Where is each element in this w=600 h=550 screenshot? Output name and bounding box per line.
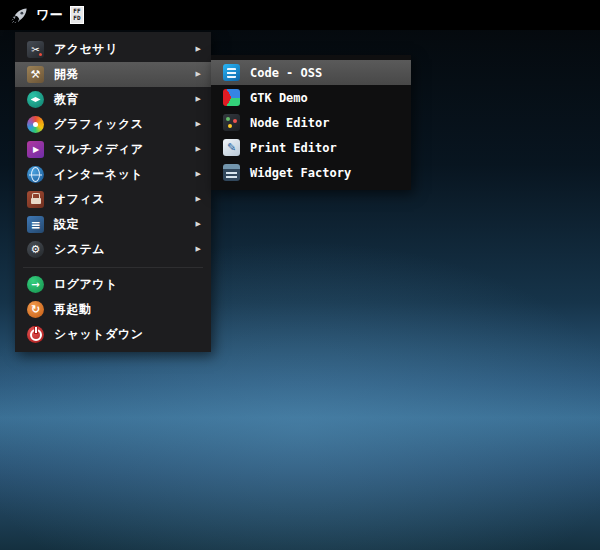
item-label: ログアウト bbox=[54, 276, 118, 293]
development-icon bbox=[27, 66, 44, 83]
widget-factory-icon bbox=[223, 164, 240, 181]
item-label: 開発 bbox=[54, 66, 79, 83]
submenu-item-gtk-demo[interactable]: GTK Demo bbox=[211, 85, 411, 110]
menu-item-multimedia[interactable]: マルチメディア ▶ bbox=[15, 137, 211, 162]
menu-item-settings[interactable]: 設定 ▶ bbox=[15, 212, 211, 237]
internet-icon bbox=[27, 166, 44, 183]
system-icon bbox=[27, 241, 44, 258]
item-label: グラフィックス bbox=[54, 116, 143, 133]
item-label: 再起動 bbox=[54, 301, 92, 318]
restart-icon bbox=[27, 301, 44, 318]
item-label: マルチメディア bbox=[54, 141, 143, 158]
item-label: アクセサリ bbox=[54, 41, 118, 58]
missing-glyph-box: FF FD bbox=[70, 6, 83, 24]
menu-item-system[interactable]: システム ▶ bbox=[15, 237, 211, 262]
graphics-icon bbox=[27, 116, 44, 133]
taskbar: ワー FF FD bbox=[0, 0, 600, 30]
submenu-arrow-icon: ▶ bbox=[196, 46, 201, 53]
menu-item-accessories[interactable]: アクセサリ ▶ bbox=[15, 37, 211, 62]
submenu-item-node-editor[interactable]: Node Editor bbox=[211, 110, 411, 135]
submenu-arrow-icon: ▶ bbox=[196, 221, 201, 228]
item-label: シャットダウン bbox=[54, 326, 143, 343]
item-label: 設定 bbox=[54, 216, 79, 233]
shutdown-icon bbox=[27, 326, 44, 343]
menu-category-list: アクセサリ ▶ 開発 ▶ 教育 ▶ グラフィックス ▶ マルチメディア ▶ イン… bbox=[15, 37, 211, 262]
menu-separator bbox=[15, 262, 211, 272]
item-label: Widget Factory bbox=[250, 166, 351, 180]
submenu-arrow-icon: ▶ bbox=[196, 146, 201, 153]
item-label: Print Editor bbox=[250, 141, 337, 155]
accessories-icon bbox=[27, 41, 44, 58]
submenu-item-code-oss[interactable]: Code - OSS bbox=[211, 60, 411, 85]
rocket-icon bbox=[10, 6, 29, 25]
logout-icon bbox=[27, 276, 44, 293]
missing-glyph-hex-lo: FD bbox=[73, 15, 80, 22]
submenu-arrow-icon: ▶ bbox=[196, 246, 201, 253]
menu-item-graphics[interactable]: グラフィックス ▶ bbox=[15, 112, 211, 137]
gtk-demo-icon bbox=[223, 89, 240, 106]
multimedia-icon bbox=[27, 141, 44, 158]
menu-item-development[interactable]: 開発 ▶ bbox=[15, 62, 211, 87]
submenu-arrow-icon: ▶ bbox=[196, 171, 201, 178]
menu-item-education[interactable]: 教育 ▶ bbox=[15, 87, 211, 112]
item-label: システム bbox=[54, 241, 105, 258]
item-label: Node Editor bbox=[250, 116, 329, 130]
menu-item-shutdown[interactable]: シャットダウン bbox=[15, 322, 211, 347]
submenu-arrow-icon: ▶ bbox=[196, 121, 201, 128]
app-menu: アクセサリ ▶ 開発 ▶ 教育 ▶ グラフィックス ▶ マルチメディア ▶ イン… bbox=[15, 32, 211, 352]
menu-item-office[interactable]: オフィス ▶ bbox=[15, 187, 211, 212]
menu-item-restart[interactable]: 再起動 bbox=[15, 297, 211, 322]
settings-icon bbox=[27, 216, 44, 233]
submenu-item-list: Code - OSS GTK Demo Node Editor Print Ed… bbox=[211, 60, 411, 185]
submenu-item-widget-factory[interactable]: Widget Factory bbox=[211, 160, 411, 185]
app-launcher[interactable]: ワー FF FD bbox=[6, 0, 88, 30]
menu-item-internet[interactable]: インターネット ▶ bbox=[15, 162, 211, 187]
item-label: オフィス bbox=[54, 191, 105, 208]
education-icon bbox=[27, 91, 44, 108]
print-editor-icon bbox=[223, 139, 240, 156]
item-label: 教育 bbox=[54, 91, 79, 108]
menu-item-logout[interactable]: ログアウト bbox=[15, 272, 211, 297]
submenu-arrow-icon: ▶ bbox=[196, 96, 201, 103]
launcher-label: ワー bbox=[36, 6, 63, 24]
office-icon bbox=[27, 191, 44, 208]
item-label: Code - OSS bbox=[250, 66, 322, 80]
development-submenu: Code - OSS GTK Demo Node Editor Print Ed… bbox=[211, 55, 411, 190]
item-label: インターネット bbox=[54, 166, 143, 183]
item-label: GTK Demo bbox=[250, 91, 308, 105]
submenu-arrow-icon: ▶ bbox=[196, 71, 201, 78]
submenu-item-print-editor[interactable]: Print Editor bbox=[211, 135, 411, 160]
desktop[interactable]: { "taskbar": { "icon": "rocket-icon", "l… bbox=[0, 0, 600, 550]
submenu-arrow-icon: ▶ bbox=[196, 196, 201, 203]
code-oss-icon bbox=[223, 64, 240, 81]
menu-session-list: ログアウト 再起動 シャットダウン bbox=[15, 272, 211, 347]
node-editor-icon bbox=[223, 114, 240, 131]
